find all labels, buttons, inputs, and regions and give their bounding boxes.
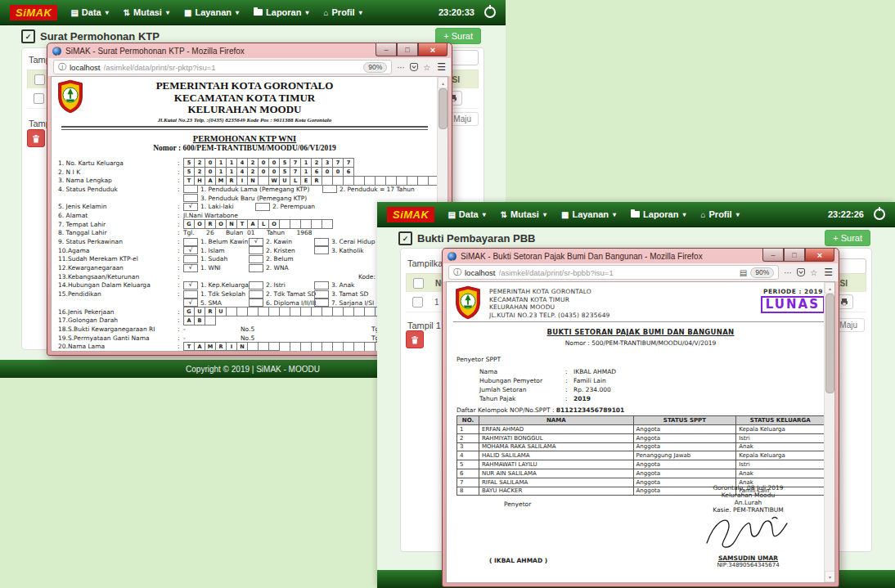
nav-item-profil[interactable]: ⌂Profil▾ bbox=[323, 7, 362, 17]
nav-item-label: Mutasi bbox=[510, 209, 539, 219]
check-square-icon: ✓ bbox=[21, 29, 35, 43]
delete-button[interactable] bbox=[406, 330, 424, 348]
penyetor-row: Nama:IKBAL AHMAD bbox=[479, 367, 825, 376]
page-actions-icon[interactable]: ⋯ bbox=[784, 268, 792, 277]
minimize-button[interactable]: – bbox=[376, 43, 397, 56]
pocket-icon[interactable] bbox=[410, 63, 418, 71]
brand-logo[interactable]: SiMAK bbox=[387, 207, 434, 222]
form-option: 2. Kristen bbox=[249, 246, 314, 254]
navbar-right: 23:22:26 bbox=[828, 209, 885, 220]
select-all-checkbox[interactable] bbox=[413, 278, 424, 289]
hamburger-menu-icon[interactable]: ☰ bbox=[437, 61, 446, 73]
close-button[interactable]: × bbox=[418, 43, 448, 56]
bookmark-star-icon[interactable]: ☆ bbox=[423, 63, 430, 72]
option-checkbox: √ bbox=[183, 281, 198, 290]
power-icon[interactable] bbox=[484, 7, 496, 18]
zoom-level-badge[interactable]: 90% bbox=[363, 62, 387, 73]
sign-left-role: Penyetor bbox=[504, 500, 531, 508]
form-label: 14.Hubungan Dalam Keluarga bbox=[58, 281, 178, 289]
delete-button[interactable] bbox=[27, 129, 45, 147]
form-value: THAMRINWULER bbox=[183, 176, 431, 186]
option-checkbox bbox=[249, 298, 263, 307]
letter-box: R bbox=[311, 176, 322, 186]
scroll-up-arrow[interactable]: ▴ bbox=[438, 77, 448, 88]
row-number-cell: 1 bbox=[434, 298, 439, 307]
option-label: 2. Istri bbox=[266, 281, 286, 289]
doc-title: PERMOHONAN KTP WNI bbox=[61, 134, 428, 143]
grid-icon: ▦ bbox=[184, 8, 191, 17]
form-option: 2. Penduduk = 17 Tahun bbox=[322, 185, 388, 193]
scrollbar[interactable]: ▴ ▾ bbox=[824, 282, 834, 582]
letter-box bbox=[385, 176, 397, 186]
caret-down-icon: ▾ bbox=[736, 211, 740, 218]
option-checkbox bbox=[183, 194, 198, 202]
nav-item-label: Laporan bbox=[266, 7, 301, 17]
table-cell: 1 bbox=[457, 425, 479, 434]
option-checkbox bbox=[314, 290, 329, 298]
nav-item-laporan[interactable]: Laporan▾ bbox=[631, 209, 686, 219]
row-checkbox[interactable] bbox=[412, 297, 423, 307]
table-cell: BAYU HACKER bbox=[479, 487, 634, 496]
hamburger-menu-icon[interactable]: ☰ bbox=[824, 267, 833, 278]
table-cell: RIFAL SALILAMA bbox=[479, 478, 634, 487]
scrollbar-thumb[interactable] bbox=[825, 294, 834, 393]
form-option: 2. Perempuan bbox=[255, 203, 321, 211]
page-actions-icon[interactable]: ⋯ bbox=[397, 63, 405, 72]
row-checkbox[interactable] bbox=[34, 93, 44, 104]
form-label: 1. No. Kartu Keluarga bbox=[58, 159, 178, 167]
scroll-down-arrow[interactable]: ▾ bbox=[825, 571, 835, 582]
option-checkbox bbox=[183, 290, 198, 298]
letter-box bbox=[353, 176, 365, 186]
add-surat-button[interactable]: + Surat bbox=[825, 230, 870, 246]
bookmark-star-icon[interactable]: ☆ bbox=[810, 268, 817, 277]
letter-box bbox=[279, 219, 290, 229]
page-title: Surat Permohonan KTP bbox=[40, 30, 160, 43]
reader-mode-icon[interactable]: ▤ bbox=[740, 268, 747, 277]
url-bar[interactable]: ⓘ localhost/asimkel/data/print/sr-bpbb?i… bbox=[448, 265, 779, 280]
url-toolbar: ⓘ localhost/asimkel/data/print/sr-bpbb?i… bbox=[443, 263, 838, 282]
page-title: Bukti Pembayaran PBB bbox=[417, 232, 536, 245]
nav-item-mutasi[interactable]: ⇅Mutasi▾ bbox=[501, 209, 546, 219]
brand-logo[interactable]: SiMAK bbox=[10, 5, 57, 20]
site-info-icon[interactable]: ⓘ bbox=[453, 267, 461, 278]
close-button[interactable]: × bbox=[805, 249, 834, 262]
form-option: √1. Laki-laki bbox=[183, 203, 255, 211]
url-bar[interactable]: ⓘ localhost/asimkel/data/print/sr-pktp?i… bbox=[53, 60, 392, 74]
nav-item-data[interactable]: ▤Data▾ bbox=[70, 7, 108, 17]
doc-number: Nomor : 500/PEM-TRANTIBUM/MOODU/04/V/201… bbox=[447, 339, 834, 347]
select-all-checkbox[interactable] bbox=[34, 74, 45, 85]
pocket-icon[interactable] bbox=[797, 268, 805, 276]
table-cell: HALID SALILAMA bbox=[479, 451, 634, 460]
sign-line: An.Lurah bbox=[677, 499, 820, 506]
power-icon[interactable] bbox=[874, 209, 885, 220]
sign-line: Gorontalo, 08 Juli 2019 bbox=[677, 484, 820, 491]
maximize-button[interactable]: □ bbox=[784, 249, 805, 262]
option-checkbox: √ bbox=[183, 246, 198, 254]
add-surat-button[interactable]: + Surat bbox=[435, 28, 481, 44]
minimize-button[interactable]: – bbox=[762, 249, 784, 262]
maximize-button[interactable]: □ bbox=[397, 43, 418, 56]
option-label: 1. Belum Kawin bbox=[200, 238, 248, 245]
form-row: 11.Sudah Merekam KTP-el:1. Sudah2. Belum bbox=[58, 255, 431, 264]
form-option: 7. Sarjana I/SI bbox=[314, 298, 380, 307]
scroll-up-arrow[interactable]: ▴ bbox=[825, 282, 835, 294]
nav-item-laporan[interactable]: Laporan▾ bbox=[254, 7, 308, 17]
letter-box: N bbox=[226, 219, 237, 229]
nav-item-layanan[interactable]: ▦Layanan▾ bbox=[561, 209, 616, 219]
nav-item-layanan[interactable]: ▦Layanan▾ bbox=[184, 7, 239, 17]
nav-item-profil[interactable]: ⌂Profil▾ bbox=[700, 209, 739, 219]
table-cell: 6 bbox=[457, 469, 479, 478]
site-info-icon[interactable]: ⓘ bbox=[58, 61, 66, 73]
letter-box: L bbox=[290, 176, 301, 186]
form-label: 4. Status Penduduk bbox=[58, 186, 178, 193]
zoom-level-badge[interactable]: 90% bbox=[750, 267, 774, 278]
page-heading: ✓ Bukti Pembayaran PBB bbox=[398, 231, 536, 245]
nav-item-data[interactable]: ▤Data▾ bbox=[448, 209, 485, 219]
nav-item-mutasi[interactable]: ⇅Mutasi▾ bbox=[124, 7, 169, 17]
table-row: 5RAHMAWATI LAYILUAnggotaIstri bbox=[457, 460, 825, 469]
form-row: 7. Tempat Lahir:GORONTALO bbox=[58, 220, 431, 229]
scrollbar-thumb[interactable] bbox=[439, 88, 448, 129]
nav-menus: ▤Data▾⇅Mutasi▾▦Layanan▾Laporan▾⌂Profil▾ bbox=[448, 209, 739, 219]
daftar-label: Daftar Kelompok NOP/No.SPPT : bbox=[456, 406, 554, 414]
option-checkbox bbox=[255, 203, 270, 211]
